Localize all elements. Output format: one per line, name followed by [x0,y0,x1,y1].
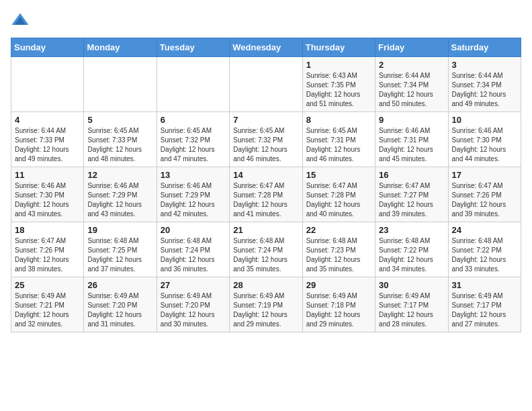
page-header [11,11,521,30]
calendar-cell: 22Sunrise: 6:48 AM Sunset: 7:23 PM Dayli… [302,222,375,277]
calendar-cell: 10Sunrise: 6:46 AM Sunset: 7:30 PM Dayli… [448,112,521,167]
calendar-week-row: 18Sunrise: 6:47 AM Sunset: 7:26 PM Dayli… [11,222,521,277]
cell-info: Sunrise: 6:46 AM Sunset: 7:30 PM Dayligh… [15,181,80,219]
calendar-table: SundayMondayTuesdayWednesdayThursdayFrid… [11,38,521,332]
cell-info: Sunrise: 6:48 AM Sunset: 7:22 PM Dayligh… [452,236,517,274]
calendar-cell: 24Sunrise: 6:48 AM Sunset: 7:22 PM Dayli… [448,222,521,277]
cell-info: Sunrise: 6:49 AM Sunset: 7:17 PM Dayligh… [452,291,517,329]
cell-info: Sunrise: 6:46 AM Sunset: 7:29 PM Dayligh… [87,181,152,219]
cell-info: Sunrise: 6:49 AM Sunset: 7:17 PM Dayligh… [379,291,444,329]
cell-info: Sunrise: 6:47 AM Sunset: 7:28 PM Dayligh… [306,181,371,219]
calendar-cell: 19Sunrise: 6:48 AM Sunset: 7:25 PM Dayli… [84,222,157,277]
calendar-cell: 16Sunrise: 6:47 AM Sunset: 7:27 PM Dayli… [375,167,448,222]
day-number: 12 [87,170,152,180]
cell-info: Sunrise: 6:45 AM Sunset: 7:33 PM Dayligh… [87,126,152,164]
calendar-body: 1Sunrise: 6:43 AM Sunset: 7:35 PM Daylig… [11,57,521,332]
day-header-sunday: Sunday [11,38,84,57]
day-number: 13 [161,170,226,180]
cell-info: Sunrise: 6:45 AM Sunset: 7:31 PM Dayligh… [306,126,371,164]
day-number: 27 [161,280,226,290]
calendar-cell [230,57,302,112]
calendar-cell [157,57,229,112]
cell-info: Sunrise: 6:46 AM Sunset: 7:29 PM Dayligh… [161,181,226,219]
day-number: 17 [452,170,517,180]
day-number: 25 [15,280,80,290]
cell-info: Sunrise: 6:45 AM Sunset: 7:32 PM Dayligh… [161,126,226,164]
day-number: 11 [15,170,80,180]
day-number: 15 [306,170,371,180]
day-header-friday: Friday [375,38,448,57]
cell-info: Sunrise: 6:48 AM Sunset: 7:22 PM Dayligh… [379,236,444,274]
day-header-thursday: Thursday [302,38,375,57]
day-header-monday: Monday [84,38,157,57]
day-number: 14 [233,170,298,180]
calendar-cell: 8Sunrise: 6:45 AM Sunset: 7:31 PM Daylig… [302,112,375,167]
day-header-wednesday: Wednesday [230,38,302,57]
cell-info: Sunrise: 6:49 AM Sunset: 7:21 PM Dayligh… [15,291,80,329]
calendar-cell: 2Sunrise: 6:44 AM Sunset: 7:34 PM Daylig… [375,57,448,112]
cell-info: Sunrise: 6:43 AM Sunset: 7:35 PM Dayligh… [306,71,371,109]
calendar-cell: 20Sunrise: 6:48 AM Sunset: 7:24 PM Dayli… [157,222,229,277]
calendar-cell: 29Sunrise: 6:49 AM Sunset: 7:18 PM Dayli… [302,277,375,332]
day-number: 4 [15,115,80,125]
day-number: 1 [306,60,371,70]
day-number: 24 [452,225,517,235]
day-number: 21 [233,225,298,235]
calendar-week-row: 25Sunrise: 6:49 AM Sunset: 7:21 PM Dayli… [11,277,521,332]
cell-info: Sunrise: 6:46 AM Sunset: 7:31 PM Dayligh… [379,126,444,164]
calendar-cell: 9Sunrise: 6:46 AM Sunset: 7:31 PM Daylig… [375,112,448,167]
cell-info: Sunrise: 6:44 AM Sunset: 7:34 PM Dayligh… [379,71,444,109]
cell-info: Sunrise: 6:47 AM Sunset: 7:28 PM Dayligh… [233,181,298,219]
calendar-cell: 25Sunrise: 6:49 AM Sunset: 7:21 PM Dayli… [11,277,84,332]
day-number: 5 [87,115,152,125]
calendar-cell: 21Sunrise: 6:48 AM Sunset: 7:24 PM Dayli… [230,222,302,277]
calendar-cell: 31Sunrise: 6:49 AM Sunset: 7:17 PM Dayli… [448,277,521,332]
day-number: 7 [233,115,298,125]
day-number: 16 [379,170,444,180]
cell-info: Sunrise: 6:47 AM Sunset: 7:27 PM Dayligh… [379,181,444,219]
cell-info: Sunrise: 6:49 AM Sunset: 7:20 PM Dayligh… [87,291,152,329]
calendar-week-row: 1Sunrise: 6:43 AM Sunset: 7:35 PM Daylig… [11,57,521,112]
calendar-cell: 1Sunrise: 6:43 AM Sunset: 7:35 PM Daylig… [302,57,375,112]
calendar-cell: 28Sunrise: 6:49 AM Sunset: 7:19 PM Dayli… [230,277,302,332]
day-number: 30 [379,280,444,290]
calendar-cell: 11Sunrise: 6:46 AM Sunset: 7:30 PM Dayli… [11,167,84,222]
day-number: 10 [452,115,517,125]
calendar-cell: 13Sunrise: 6:46 AM Sunset: 7:29 PM Dayli… [157,167,229,222]
day-header-saturday: Saturday [448,38,521,57]
day-number: 3 [452,60,517,70]
day-number: 19 [87,225,152,235]
calendar-cell: 27Sunrise: 6:49 AM Sunset: 7:20 PM Dayli… [157,277,229,332]
calendar-week-row: 4Sunrise: 6:44 AM Sunset: 7:33 PM Daylig… [11,112,521,167]
cell-info: Sunrise: 6:48 AM Sunset: 7:25 PM Dayligh… [87,236,152,274]
logo [11,11,32,30]
day-number: 18 [15,225,80,235]
cell-info: Sunrise: 6:48 AM Sunset: 7:24 PM Dayligh… [233,236,298,274]
day-number: 2 [379,60,444,70]
day-number: 9 [379,115,444,125]
calendar-cell: 17Sunrise: 6:47 AM Sunset: 7:26 PM Dayli… [448,167,521,222]
calendar-cell: 12Sunrise: 6:46 AM Sunset: 7:29 PM Dayli… [84,167,157,222]
day-number: 6 [161,115,226,125]
calendar-cell: 18Sunrise: 6:47 AM Sunset: 7:26 PM Dayli… [11,222,84,277]
cell-info: Sunrise: 6:44 AM Sunset: 7:34 PM Dayligh… [452,71,517,109]
day-header-tuesday: Tuesday [157,38,229,57]
calendar-cell: 7Sunrise: 6:45 AM Sunset: 7:32 PM Daylig… [230,112,302,167]
calendar-cell [11,57,84,112]
cell-info: Sunrise: 6:47 AM Sunset: 7:26 PM Dayligh… [452,181,517,219]
cell-info: Sunrise: 6:49 AM Sunset: 7:20 PM Dayligh… [161,291,226,329]
logo-icon [11,11,30,30]
calendar-header-row: SundayMondayTuesdayWednesdayThursdayFrid… [11,38,521,57]
calendar-cell: 26Sunrise: 6:49 AM Sunset: 7:20 PM Dayli… [84,277,157,332]
day-number: 26 [87,280,152,290]
calendar-week-row: 11Sunrise: 6:46 AM Sunset: 7:30 PM Dayli… [11,167,521,222]
cell-info: Sunrise: 6:47 AM Sunset: 7:26 PM Dayligh… [15,236,80,274]
day-number: 23 [379,225,444,235]
calendar-cell: 6Sunrise: 6:45 AM Sunset: 7:32 PM Daylig… [157,112,229,167]
calendar-cell: 4Sunrise: 6:44 AM Sunset: 7:33 PM Daylig… [11,112,84,167]
calendar-cell: 30Sunrise: 6:49 AM Sunset: 7:17 PM Dayli… [375,277,448,332]
calendar-cell: 23Sunrise: 6:48 AM Sunset: 7:22 PM Dayli… [375,222,448,277]
cell-info: Sunrise: 6:44 AM Sunset: 7:33 PM Dayligh… [15,126,80,164]
cell-info: Sunrise: 6:49 AM Sunset: 7:19 PM Dayligh… [233,291,298,329]
day-number: 31 [452,280,517,290]
